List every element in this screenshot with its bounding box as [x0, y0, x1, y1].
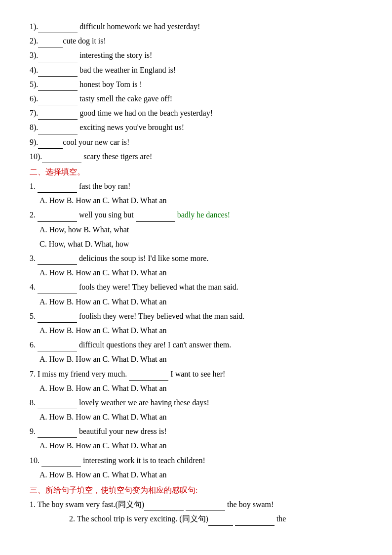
s3-blank-2a — [208, 517, 233, 526]
section3-title: 三、所给句子填空，使填空句变为相应的感叹句: — [30, 483, 362, 497]
s2-item-3: 3. delicious the soup is! I'd like some … — [30, 252, 362, 265]
s2-blank-1 — [38, 184, 77, 193]
blank-2 — [38, 39, 63, 47]
blank-9 — [38, 140, 63, 149]
s2-blank-5 — [38, 314, 77, 323]
item-6: 6). tasty smell the cake gave off! — [30, 92, 362, 105]
s2-options-2b: C. How, what D. What, how — [39, 237, 362, 251]
blank-8 — [38, 126, 78, 134]
s2-options-3: A. How B. How an C. What D. What an — [39, 266, 362, 279]
blank-5 — [38, 82, 78, 91]
section3: 1. The boy swam very fast.(同义句) the boy … — [30, 498, 362, 525]
s2-blank-4 — [38, 285, 77, 294]
item-1: 1). difficult homework we had yesterday! — [30, 20, 362, 33]
s2-item-8: 8. lovely weather we are having these da… — [30, 396, 362, 409]
blank-1 — [38, 24, 78, 33]
section1: 1). difficult homework we had yesterday!… — [30, 20, 362, 163]
num-5: 5). — [30, 80, 38, 88]
s3-item-2: 2. The school trip is very exciting. (同义… — [30, 512, 362, 525]
item-7: 7). good time we had on the beach yester… — [30, 106, 362, 120]
s2-options-7: A. How B. How an C. What D. What an — [39, 382, 362, 395]
num-2: 2). — [30, 37, 38, 45]
section2-title: 二、选择填空。 — [30, 165, 362, 178]
num-4: 4). — [30, 66, 38, 74]
s2-item-4: 4. fools they were! They believed what t… — [30, 280, 362, 294]
s2-blank-2b — [136, 213, 175, 222]
s2-blank-2a — [38, 213, 77, 222]
s2-options-6: A. How B. How an C. What D. What an — [39, 352, 362, 366]
s2-item-5: 5. foolish they were! They believed what… — [30, 309, 362, 323]
item-8: 8). exciting news you've brought us! — [30, 121, 362, 134]
s3-blank-1a — [144, 502, 184, 511]
s2-options-2a: A. How, how B. What, what — [39, 223, 362, 236]
blank-6 — [38, 96, 78, 105]
s2-item-7: 7. I miss my friend very much. I want to… — [30, 367, 362, 381]
s2-item-9: 9. beautiful your new dress is! — [30, 425, 362, 438]
s2-options-9: A. How B. How an C. What D. What an — [39, 439, 362, 452]
num-6: 6). — [30, 94, 38, 103]
s3-blank-2b — [235, 517, 274, 526]
s2-blank-7 — [129, 372, 168, 381]
item-5: 5). honest boy Tom is ! — [30, 78, 362, 91]
s3-blank-1b — [186, 502, 225, 511]
num-10: 10). — [30, 152, 42, 161]
section2: 1. fast the boy ran! A. How B. How an C.… — [30, 179, 362, 481]
s2-options-5: A. How B. How an C. What D. What an — [39, 324, 362, 337]
s2-blank-10 — [41, 458, 81, 467]
item-10: 10). scary these tigers are! — [30, 150, 362, 163]
s2-item-10: 10. interesting work it is to teach chil… — [30, 454, 362, 467]
item-2: 2).cute dog it is! — [30, 34, 362, 47]
num-3: 3). — [30, 51, 38, 59]
s2-options-1: A. How B. How an C. What D. What an — [39, 194, 362, 207]
s2-blank-3 — [38, 256, 77, 265]
s2-item-2: 2. well you sing but badly he dances! — [30, 208, 362, 221]
s2-options-8: A. How B. How an C. What D. What an — [39, 410, 362, 424]
main-content: 1). difficult homework we had yesterday!… — [30, 20, 362, 526]
item-4: 4). bad the weather in England is! — [30, 63, 362, 77]
s2-blank-6 — [38, 342, 77, 351]
num-9: 9). — [30, 138, 38, 146]
blank-3 — [38, 53, 78, 62]
blank-10 — [42, 154, 81, 163]
s2-options-4: A. How B. How an C. What D. What an — [39, 295, 362, 308]
blank-7 — [38, 111, 78, 120]
s2-blank-8 — [38, 400, 77, 409]
s3-item-1: 1. The boy swam very fast.(同义句) the boy … — [30, 498, 362, 511]
num-1: 1). — [30, 22, 38, 31]
s2-item-1: 1. fast the boy ran! — [30, 179, 362, 193]
s2-item-6: 6. difficult questions they are! I can't… — [30, 338, 362, 351]
s2-options-10: A. How B. How an C. What D. What an — [39, 468, 362, 481]
s2-blank-9 — [38, 429, 77, 438]
num-7: 7). — [30, 109, 38, 117]
item-3: 3). interesting the story is! — [30, 48, 362, 62]
num-8: 8). — [30, 123, 38, 131]
item-9: 9).cool your new car is! — [30, 135, 362, 149]
blank-4 — [38, 68, 78, 77]
